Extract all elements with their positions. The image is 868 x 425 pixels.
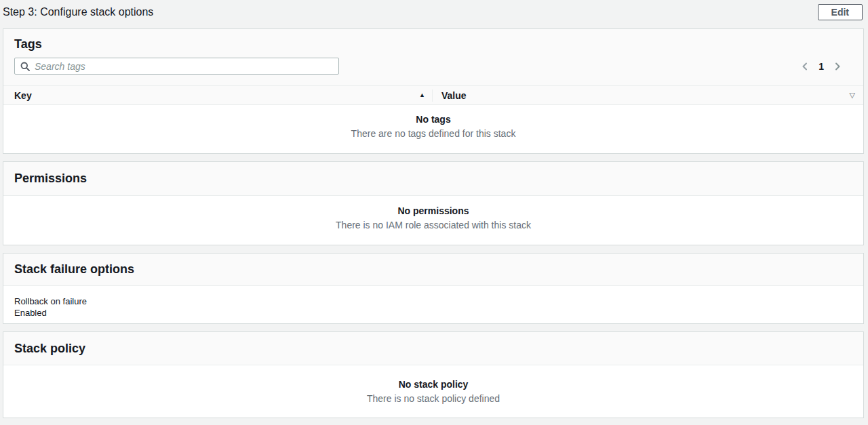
stack-policy-header: Stack policy	[3, 332, 863, 365]
column-value-label: Value	[441, 90, 467, 101]
tags-search-box[interactable]	[14, 58, 339, 75]
permissions-section-header: Permissions	[3, 162, 863, 196]
edit-button[interactable]: Edit	[818, 4, 863, 20]
permissions-empty-state: No permissions There is no IAM role asso…	[3, 196, 863, 230]
stack-policy-title: Stack policy	[14, 342, 85, 356]
tags-table-column-value[interactable]: Value ▽	[433, 90, 863, 101]
tags-section-header: Tags 1	[3, 29, 863, 86]
tags-table-header-row: Key ▲ Value ▽	[3, 86, 863, 105]
stack-failure-options-title: Stack failure options	[14, 262, 134, 277]
tags-section: Tags 1 Key ▲ Value	[3, 28, 864, 154]
rollback-on-failure-value: Enabled	[14, 308, 852, 319]
stack-policy-empty-state: No stack policy There is no stack policy…	[3, 365, 863, 404]
tags-empty-title: No tags	[3, 114, 863, 125]
permissions-section-title: Permissions	[14, 171, 87, 186]
stack-policy-section: Stack policy No stack policy There is no…	[3, 331, 864, 418]
current-page-number[interactable]: 1	[816, 61, 827, 72]
stack-policy-empty-title: No stack policy	[3, 379, 863, 390]
permissions-section: Permissions No permissions There is no I…	[3, 161, 864, 245]
search-icon	[20, 62, 30, 71]
sort-ascending-icon[interactable]: ▲	[419, 92, 425, 98]
tags-controls-row: 1	[14, 58, 852, 75]
tags-section-title: Tags	[14, 37, 852, 52]
column-key-label: Key	[14, 90, 32, 101]
step-header-bar: Step 3: Configure stack options Edit	[0, 0, 868, 28]
stack-failure-options-section: Stack failure options Rollback on failur…	[3, 253, 864, 324]
tags-pagination: 1	[800, 60, 852, 73]
stack-failure-options-body: Rollback on failure Enabled	[3, 286, 863, 319]
rollback-on-failure-label: Rollback on failure	[14, 296, 852, 307]
stack-policy-empty-description: There is no stack policy defined	[3, 393, 863, 404]
filter-icon[interactable]: ▽	[850, 92, 855, 99]
permissions-empty-title: No permissions	[3, 205, 863, 216]
tags-table-column-key[interactable]: Key ▲	[3, 89, 433, 102]
page-title: Step 3: Configure stack options	[3, 4, 153, 18]
chevron-right-icon[interactable]	[832, 60, 843, 73]
tags-empty-description: There are no tags defined for this stack	[3, 128, 863, 139]
chevron-left-icon[interactable]	[800, 60, 810, 73]
tags-empty-state: No tags There are no tags defined for th…	[3, 105, 863, 139]
permissions-empty-description: There is no IAM role associated with thi…	[3, 220, 863, 230]
tags-search-input[interactable]	[35, 61, 333, 72]
stack-failure-options-header: Stack failure options	[3, 254, 863, 286]
